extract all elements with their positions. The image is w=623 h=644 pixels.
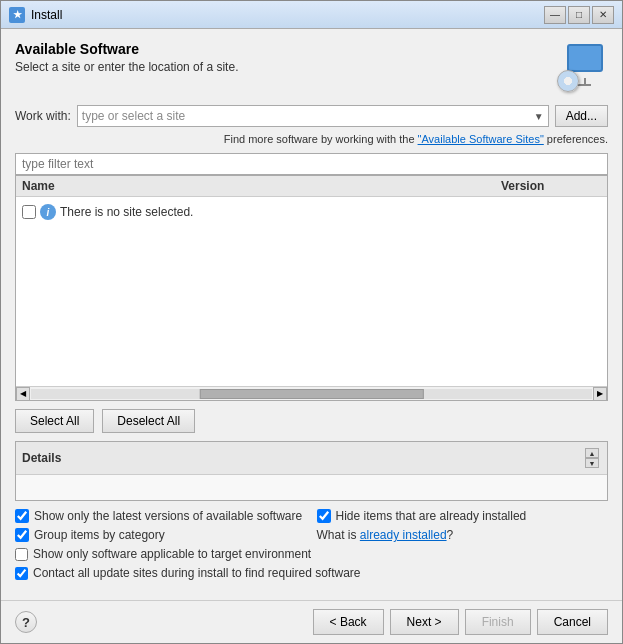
- option-what-is-installed: What is already installed?: [317, 528, 609, 542]
- option-applicable-software: Show only software applicable to target …: [15, 547, 311, 561]
- option-contact-update-sites-label: Contact all update sites during install …: [33, 566, 361, 580]
- already-installed-link[interactable]: already installed: [360, 528, 447, 542]
- option-applicable-software-checkbox[interactable]: [15, 548, 28, 561]
- select-all-button[interactable]: Select All: [15, 409, 94, 433]
- option-hide-installed: Hide items that are already installed: [317, 509, 609, 523]
- window-title: Install: [31, 8, 544, 22]
- scroll-track[interactable]: [31, 389, 592, 399]
- header-icon: [556, 41, 608, 93]
- work-with-placeholder: type or select a site: [82, 109, 534, 123]
- cd-disc: [557, 70, 579, 92]
- window-icon: ★: [9, 7, 25, 23]
- options-row-1: Show only the latest versions of availab…: [15, 509, 608, 523]
- header-title: Available Software: [15, 41, 556, 57]
- info-icon: i: [40, 204, 56, 220]
- option-latest-versions-checkbox[interactable]: [15, 509, 29, 523]
- list-header: Name Version: [16, 176, 607, 197]
- scroll-thumb[interactable]: [199, 389, 423, 399]
- options-row-3: Show only software applicable to target …: [15, 547, 608, 561]
- window-controls: — □ ✕: [544, 6, 614, 24]
- bottom-bar: ? < Back Next > Finish Cancel: [1, 600, 622, 643]
- filter-input[interactable]: [15, 153, 608, 175]
- find-more-text: Find more software by working with the "…: [15, 133, 608, 145]
- header-subtitle: Select a site or enter the location of a…: [15, 60, 556, 74]
- option-applicable-software-label: Show only software applicable to target …: [33, 547, 311, 561]
- details-header: Details ▲ ▼: [16, 442, 607, 475]
- content-area: Available Software Select a site or ente…: [1, 29, 622, 600]
- list-item: i There is no site selected.: [20, 201, 603, 223]
- back-button[interactable]: < Back: [313, 609, 384, 635]
- next-button[interactable]: Next >: [390, 609, 459, 635]
- options-row-2: Group items by category What is already …: [15, 528, 608, 542]
- help-button[interactable]: ?: [15, 611, 37, 633]
- cancel-button[interactable]: Cancel: [537, 609, 608, 635]
- option-group-by-category: Group items by category: [15, 528, 307, 542]
- option-group-by-category-label: Group items by category: [34, 528, 165, 542]
- options-row-4: Contact all update sites during install …: [15, 566, 608, 580]
- option-hide-installed-label: Hide items that are already installed: [336, 509, 527, 523]
- work-with-dropdown[interactable]: type or select a site ▼: [77, 105, 549, 127]
- minimize-button[interactable]: —: [544, 6, 566, 24]
- finish-button[interactable]: Finish: [465, 609, 531, 635]
- header-section: Available Software Select a site or ente…: [15, 41, 608, 93]
- scroll-right-button[interactable]: ▶: [593, 387, 607, 401]
- details-scroll-down[interactable]: ▼: [585, 458, 599, 468]
- option-group-by-category-checkbox[interactable]: [15, 528, 29, 542]
- monitor-base: [577, 84, 591, 86]
- list-item-text: There is no site selected.: [60, 205, 193, 219]
- option-latest-versions: Show only the latest versions of availab…: [15, 509, 307, 523]
- column-version-header: Version: [501, 179, 601, 193]
- option-contact-update-sites-checkbox[interactable]: [15, 567, 28, 580]
- options-section: Show only the latest versions of availab…: [15, 509, 608, 580]
- find-more-prefix: Find more software by working with the: [224, 133, 418, 145]
- monitor-shape: [567, 44, 603, 72]
- add-button[interactable]: Add...: [555, 105, 608, 127]
- deselect-all-button[interactable]: Deselect All: [102, 409, 195, 433]
- list-body: i There is no site selected.: [16, 197, 607, 386]
- find-more-suffix: preferences.: [544, 133, 608, 145]
- software-list: Name Version i There is no site selected…: [15, 175, 608, 401]
- details-label: Details: [22, 451, 61, 465]
- list-item-checkbox[interactable]: [22, 205, 36, 219]
- details-section: Details ▲ ▼: [15, 441, 608, 501]
- available-software-sites-link[interactable]: "Available Software Sites": [418, 133, 544, 145]
- dropdown-arrow-icon: ▼: [534, 111, 544, 122]
- option-what-is-label: What is already installed?: [317, 528, 454, 542]
- column-name-header: Name: [22, 179, 501, 193]
- bottom-nav-buttons: < Back Next > Finish Cancel: [313, 609, 608, 635]
- action-buttons: Select All Deselect All: [15, 401, 608, 441]
- work-with-row: Work with: type or select a site ▼ Add..…: [15, 105, 608, 127]
- details-scroll-up[interactable]: ▲: [585, 448, 599, 458]
- details-scroll: ▲ ▼: [583, 446, 601, 470]
- work-with-label: Work with:: [15, 109, 71, 123]
- maximize-button[interactable]: □: [568, 6, 590, 24]
- option-latest-versions-label: Show only the latest versions of availab…: [34, 509, 302, 523]
- header-text: Available Software Select a site or ente…: [15, 41, 556, 74]
- option-contact-update-sites: Contact all update sites during install …: [15, 566, 361, 580]
- option-hide-installed-checkbox[interactable]: [317, 509, 331, 523]
- title-bar: ★ Install — □ ✕: [1, 1, 622, 29]
- close-button[interactable]: ✕: [592, 6, 614, 24]
- scroll-left-button[interactable]: ◀: [16, 387, 30, 401]
- horizontal-scrollbar[interactable]: ◀ ▶: [16, 386, 607, 400]
- install-window: ★ Install — □ ✕ Available Software Selec…: [0, 0, 623, 644]
- cd-icon: [557, 42, 607, 92]
